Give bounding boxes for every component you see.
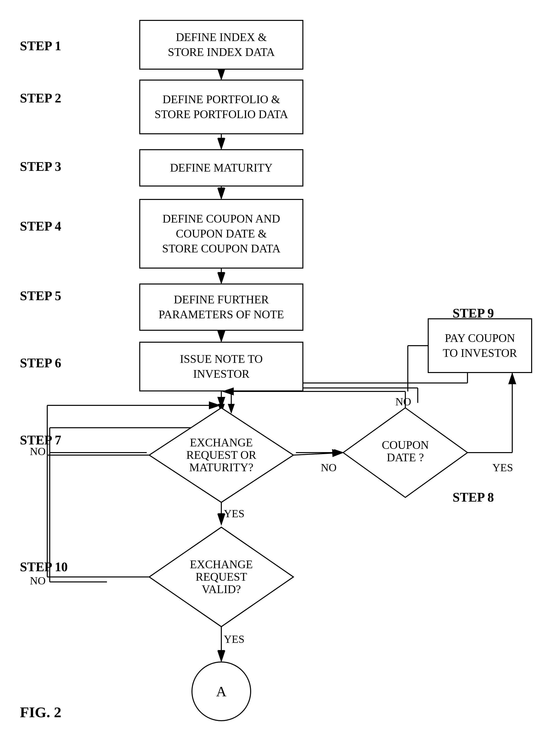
no-label-diamond8: NO (396, 396, 411, 408)
box6: ISSUE NOTE TO INVESTOR (139, 342, 303, 392)
diagram-container: STEP 1 DEFINE INDEX & STORE INDEX DATA S… (0, 0, 558, 756)
svg-text:DATE ?: DATE ? (387, 451, 424, 464)
yes-label-diamond10: YES (224, 633, 245, 646)
diamond10-container: EXCHANGE REQUEST VALID? (147, 525, 296, 630)
no-label-diamond10: NO (30, 575, 46, 587)
step2-label: STEP 2 (20, 91, 61, 105)
diamond8-container: COUPON DATE ? (341, 405, 470, 501)
yes-label-diamond8: YES (492, 461, 513, 474)
diamond7-svg: EXCHANGE REQUEST OR MATURITY? (147, 405, 296, 505)
step4-label: STEP 4 (20, 219, 61, 233)
no-label-diamond7-right: NO (321, 461, 337, 474)
no-label-diamond7: NO (30, 445, 46, 458)
box1: DEFINE INDEX & STORE INDEX DATA (139, 20, 303, 70)
svg-text:REQUEST OR: REQUEST OR (186, 449, 256, 461)
step3-label: STEP 3 (20, 159, 61, 174)
diamond10-svg: EXCHANGE REQUEST VALID? (147, 525, 296, 629)
svg-line-46 (294, 453, 342, 455)
svg-text:VALID?: VALID? (202, 583, 241, 596)
diamond7-container: EXCHANGE REQUEST OR MATURITY? (147, 405, 296, 506)
step1-label: STEP 1 (20, 39, 61, 53)
box4-text: DEFINE COUPON AND COUPON DATE & STORE CO… (162, 211, 280, 256)
circle-a: A (192, 661, 251, 721)
box9: PAY COUPON TO INVESTOR (428, 318, 532, 373)
svg-text:EXCHANGE: EXCHANGE (190, 436, 253, 449)
svg-text:COUPON: COUPON (382, 439, 429, 451)
box2: DEFINE PORTFOLIO & STORE PORTFOLIO DATA (139, 80, 303, 134)
box4: DEFINE COUPON AND COUPON DATE & STORE CO… (139, 199, 303, 269)
svg-text:EXCHANGE: EXCHANGE (190, 558, 253, 571)
box1-text: DEFINE INDEX & STORE INDEX DATA (168, 30, 275, 60)
box9-text: PAY COUPON TO INVESTOR (443, 331, 517, 360)
yes-label-diamond7: YES (224, 507, 245, 520)
diamond8-svg: COUPON DATE ? (341, 405, 470, 500)
svg-text:REQUEST: REQUEST (196, 571, 247, 583)
fig-label: FIG. 2 (20, 704, 61, 721)
box3-text: DEFINE MATURITY (170, 160, 273, 175)
box2-text: DEFINE PORTFOLIO & STORE PORTFOLIO DATA (154, 92, 288, 122)
box5-text: DEFINE FURTHER PARAMETERS OF NOTE (159, 292, 284, 322)
step6-label: STEP 6 (20, 356, 61, 370)
box5: DEFINE FURTHER PARAMETERS OF NOTE (139, 283, 303, 331)
svg-text:MATURITY?: MATURITY? (189, 461, 253, 474)
circle-a-text: A (216, 683, 227, 700)
box6-text: ISSUE NOTE TO INVESTOR (180, 352, 262, 381)
step5-label: STEP 5 (20, 288, 61, 303)
step10-label: STEP 10 (20, 559, 68, 574)
box3: DEFINE MATURITY (139, 149, 303, 186)
